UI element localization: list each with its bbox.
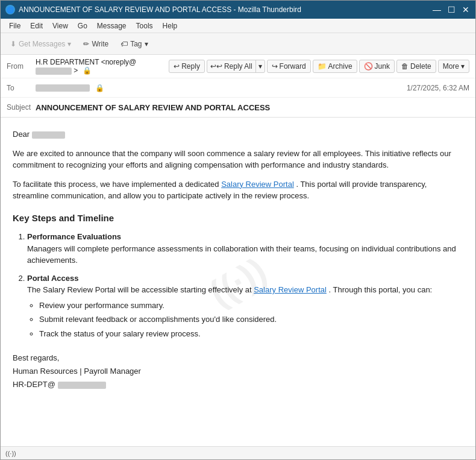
title-bar-left: 🌀 ANNOUNCEMENT OF SALARY REVIEW AND PORT…	[5, 5, 301, 14]
status-icon: ((·))	[5, 450, 16, 457]
para2-prefix: To facilitate this process, we have impl…	[13, 180, 221, 189]
subject-row: Subject ANNOUNCEMENT OF SALARY REVIEW AN…	[1, 98, 475, 117]
reply-all-label: Reply All	[224, 62, 252, 71]
close-button[interactable]: ✕	[461, 5, 471, 14]
to-redacted	[36, 84, 90, 92]
menu-view[interactable]: View	[48, 20, 73, 31]
from-redacted	[36, 68, 72, 75]
reply-label: Reply	[181, 62, 200, 71]
menu-help[interactable]: Help	[158, 20, 183, 31]
step1-title: Performance Evaluations	[27, 232, 121, 241]
write-button[interactable]: ✏ Write	[78, 38, 113, 50]
step2-prefix: The Salary Review Portal will be accessi…	[27, 285, 254, 294]
tag-icon: 🏷	[121, 40, 128, 48]
menu-go[interactable]: Go	[73, 20, 92, 31]
archive-button[interactable]: 📁 Archive	[313, 60, 357, 73]
step-1: Performance Evaluations Managers will co…	[27, 231, 463, 266]
get-messages-label: Get Messages	[19, 40, 65, 48]
email-timestamp: 1/27/2025, 6:32 AM	[407, 84, 469, 92]
subject-value: ANNOUNCEMENT OF SALARY REVIEW AND PORTAL…	[36, 103, 270, 112]
more-dropdown-icon: ▾	[461, 62, 465, 71]
more-label: More	[443, 62, 459, 71]
window-controls[interactable]: — ☐ ✕	[432, 5, 471, 14]
window-title: ANNOUNCEMENT OF SALARY REVIEW AND PORTAL…	[19, 5, 301, 14]
forward-button[interactable]: ↪ Forward	[267, 60, 311, 73]
signature-email-prefix: HR-DEPT@	[13, 380, 55, 389]
bullet-1: Review your performance summary.	[39, 300, 463, 312]
to-row: To 🔒 1/27/2025, 6:32 AM	[1, 78, 475, 98]
get-messages-icon: ⬇	[10, 40, 16, 48]
dear-redacted	[32, 131, 65, 139]
step1-body: Managers will complete performance asses…	[27, 244, 456, 265]
paragraph-2: To facilitate this process, we have impl…	[13, 178, 463, 202]
portal-link-2[interactable]: Salary Review Portal	[254, 285, 327, 294]
forward-icon: ↪	[272, 62, 278, 71]
write-icon: ✏	[83, 40, 89, 48]
menu-file[interactable]: File	[4, 20, 25, 31]
signature-line1: Best regards,	[13, 351, 463, 365]
from-row: From H.R DEPARTMENT <noreply@ > 🔒 ↩ Repl…	[1, 55, 475, 78]
reply-button[interactable]: ↩ Reply	[169, 60, 205, 73]
reply-all-dropdown[interactable]: ▾	[255, 60, 265, 72]
tag-dropdown[interactable]: ▾	[145, 40, 148, 48]
to-label: To	[7, 84, 36, 92]
junk-button[interactable]: 🚫 Junk	[359, 60, 395, 73]
portal-link-1[interactable]: Salary Review Portal	[221, 180, 294, 189]
greeting-text: Dear	[13, 130, 30, 139]
reply-all-icon: ↩↩	[210, 62, 222, 71]
menu-edit[interactable]: Edit	[25, 20, 48, 31]
to-security-icon: 🔒	[95, 84, 104, 92]
tag-button[interactable]: 🏷 Tag ▾	[116, 38, 152, 50]
delete-label: Delete	[410, 62, 431, 71]
bullet-list: Review your performance summary. Submit …	[39, 300, 463, 340]
junk-label: Junk	[375, 62, 390, 71]
app-icon: 🌀	[5, 5, 15, 14]
section-heading: Key Steps and Timeline	[13, 212, 463, 225]
tag-label: Tag	[130, 40, 142, 48]
bullet-3: Track the status of your salary review p…	[39, 328, 463, 340]
write-label: Write	[92, 40, 108, 48]
junk-icon: 🚫	[364, 62, 373, 71]
step2-title: Portal Access	[27, 274, 79, 283]
status-bar: ((·))	[1, 446, 475, 459]
signature-line2: Human Resources | Payroll Manager	[13, 365, 463, 378]
toolbar: ⬇ Get Messages ▾ ✏ Write 🏷 Tag ▾	[1, 33, 475, 55]
from-close: >	[74, 66, 78, 75]
main-window: 🌀 ANNOUNCEMENT OF SALARY REVIEW AND PORT…	[0, 0, 476, 460]
email-signature: Best regards, Human Resources | Payroll …	[13, 351, 463, 391]
menu-tools[interactable]: Tools	[131, 20, 158, 31]
step-2: Portal Access The Salary Review Portal w…	[27, 273, 463, 340]
subject-label: Subject	[7, 103, 36, 112]
delete-button[interactable]: 🗑 Delete	[396, 60, 436, 73]
archive-label: Archive	[328, 62, 352, 71]
title-bar: 🌀 ANNOUNCEMENT OF SALARY REVIEW AND PORT…	[1, 1, 475, 19]
email-actions: ↩ Reply ↩↩ Reply All ▾ ↪ Forward 📁 Arch	[169, 60, 469, 73]
get-messages-dropdown[interactable]: ▾	[67, 40, 71, 48]
step2-suffix: . Through this portal, you can:	[328, 285, 432, 294]
forward-label: Forward	[280, 62, 306, 71]
email-body: ((·)) Dear We are excited to announce th…	[1, 118, 475, 446]
to-value: 🔒	[36, 84, 407, 92]
steps-list: Performance Evaluations Managers will co…	[27, 231, 463, 339]
email-header: From H.R DEPARTMENT <noreply@ > 🔒 ↩ Repl…	[1, 55, 475, 118]
minimize-button[interactable]: —	[432, 5, 442, 14]
reply-icon: ↩	[174, 62, 180, 71]
signature-line3: HR-DEPT@	[13, 378, 463, 391]
menu-bar: File Edit View Go Message Tools Help	[1, 19, 475, 33]
maximize-button[interactable]: ☐	[446, 5, 456, 14]
delete-icon: 🗑	[401, 62, 409, 71]
paragraph-1: We are excited to announce that the comp…	[13, 148, 463, 171]
greeting-line: Dear	[13, 128, 463, 140]
signature-email-redacted	[58, 382, 106, 389]
reply-all-button[interactable]: ↩↩ Reply All ▾	[207, 60, 265, 73]
get-messages-button[interactable]: ⬇ Get Messages ▾	[5, 38, 76, 50]
reply-all-inner: ↩↩ Reply All	[207, 60, 255, 72]
from-security-icon: 🔒	[83, 66, 92, 75]
from-value: H.R DEPARTMENT <noreply@ > 🔒	[36, 58, 169, 75]
from-label: From	[7, 62, 36, 71]
from-text: H.R DEPARTMENT <noreply@	[36, 58, 136, 66]
bullet-2: Submit relevant feedback or accomplishme…	[39, 313, 463, 326]
more-button[interactable]: More ▾	[438, 60, 469, 73]
menu-message[interactable]: Message	[92, 20, 131, 31]
archive-icon: 📁	[318, 62, 327, 71]
